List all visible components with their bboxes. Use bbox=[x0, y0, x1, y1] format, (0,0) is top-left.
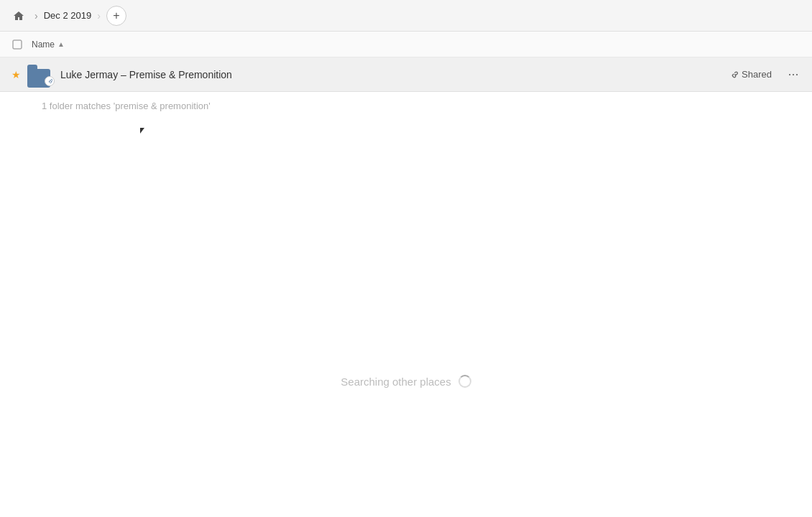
more-options-button[interactable]: ··· bbox=[783, 65, 803, 85]
breadcrumb-arrow-2: › bbox=[97, 10, 101, 22]
toolbar: › Dec 2 2019 › + bbox=[0, 0, 812, 32]
shared-label: Shared bbox=[742, 69, 772, 80]
breadcrumb-date: Dec 2 2019 bbox=[44, 10, 92, 21]
searching-text: Searching other places bbox=[341, 376, 451, 388]
sort-arrow-icon: ▲ bbox=[57, 40, 65, 48]
main-content: ★ Luke Jermay – Premise & Premonition Sh… bbox=[0, 57, 812, 517]
folder-icon bbox=[27, 62, 53, 88]
file-name-label: Luke Jermay – Premise & Premonition bbox=[60, 69, 728, 80]
name-column-header[interactable]: Name ▲ bbox=[32, 39, 65, 50]
column-header-row: Name ▲ bbox=[0, 32, 812, 57]
match-info-text: 1 folder matches 'premise & premonition' bbox=[42, 101, 211, 111]
svg-rect-0 bbox=[13, 40, 22, 49]
link-badge-icon bbox=[45, 76, 55, 86]
star-icon: ★ bbox=[11, 69, 21, 80]
home-icon bbox=[13, 10, 24, 22]
match-info: 1 folder matches 'premise & premonition' bbox=[0, 92, 812, 120]
breadcrumb-arrow-1: › bbox=[34, 10, 38, 22]
more-icon: ··· bbox=[788, 67, 798, 82]
add-button[interactable]: + bbox=[106, 6, 126, 26]
select-all-checkbox[interactable] bbox=[9, 36, 26, 53]
file-row[interactable]: ★ Luke Jermay – Premise & Premonition Sh… bbox=[0, 57, 812, 92]
mouse-cursor bbox=[140, 128, 154, 142]
folder-shortcut-icon bbox=[27, 62, 53, 88]
searching-container: Searching other places bbox=[0, 375, 812, 388]
star-button[interactable]: ★ bbox=[9, 67, 23, 82]
loading-spinner bbox=[458, 375, 471, 388]
shared-badge: Shared bbox=[728, 69, 772, 80]
home-button[interactable] bbox=[9, 6, 29, 26]
checkbox-icon bbox=[12, 39, 22, 50]
share-link-icon bbox=[728, 70, 738, 80]
